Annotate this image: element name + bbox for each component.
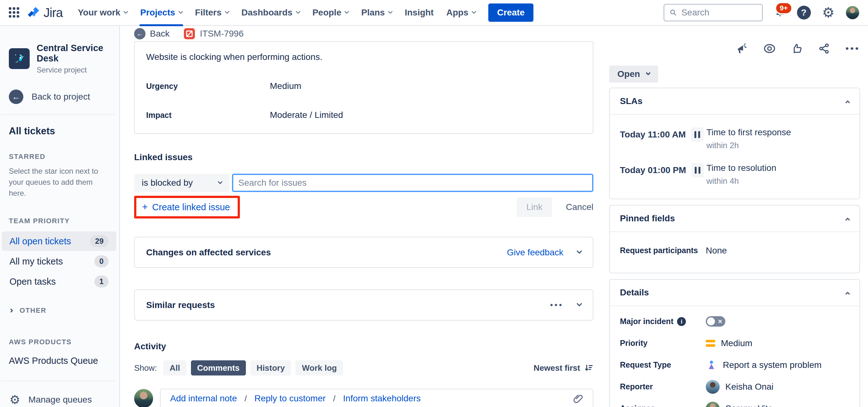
- chevron-down-icon[interactable]: [576, 248, 582, 254]
- sidebar-item-all-my-tickets[interactable]: All my tickets 0: [2, 251, 116, 271]
- filter-comments[interactable]: Comments: [191, 360, 246, 375]
- nav-plans[interactable]: Plans: [355, 0, 398, 26]
- chevron-down-icon[interactable]: [576, 301, 582, 306]
- chevron-up-icon: [845, 217, 850, 222]
- top-navigation: Jira Your work Projects Filters Dashboar…: [0, 0, 868, 26]
- manage-queues-label: Manage queues: [28, 395, 92, 405]
- info-icon[interactable]: i: [677, 317, 686, 326]
- nav-your-work[interactable]: Your work: [71, 0, 134, 26]
- issue-description[interactable]: Website is clocking when performing acti…: [146, 52, 581, 62]
- request-participants-value[interactable]: None: [706, 246, 727, 256]
- linked-issues-heading: Linked issues: [134, 152, 593, 162]
- feedback-button[interactable]: [736, 42, 748, 55]
- issue-side-panel: ••• Open SLAs Today 11:00 AM Time to fir…: [593, 26, 868, 407]
- sla-name: Time to resolution: [706, 163, 776, 173]
- primary-nav: Your work Projects Filters Dashboards Pe…: [71, 0, 482, 26]
- comment-input-box[interactable]: Add internal note / Reply to customer / …: [160, 389, 593, 407]
- notifications-button[interactable]: 9+: [774, 7, 786, 18]
- issue-key: ITSM-7996: [200, 29, 244, 39]
- issue-key-breadcrumb[interactable]: ITSM-7996: [183, 28, 244, 40]
- pause-icon[interactable]: [691, 163, 704, 177]
- chevron-down-icon: [218, 179, 223, 184]
- changes-panel-title: Changes on affected services: [146, 247, 271, 258]
- filter-work-log[interactable]: Work log: [296, 360, 343, 375]
- back-button[interactable]: ← Back: [134, 28, 169, 39]
- filter-history[interactable]: History: [250, 360, 291, 375]
- nav-filters[interactable]: Filters: [189, 0, 235, 26]
- details-panel: Details Major incident i ✕: [609, 279, 860, 407]
- brand-name: Jira: [43, 6, 62, 20]
- pause-icon[interactable]: [691, 127, 704, 142]
- impact-label: Impact: [146, 111, 270, 120]
- back-to-project-link[interactable]: ← Back to project: [0, 90, 119, 104]
- sidebar-item-aws-products-queue[interactable]: AWS Products Queue: [0, 355, 119, 366]
- nav-dashboards[interactable]: Dashboards: [235, 0, 306, 26]
- sidebar-item-open-tasks[interactable]: Open tasks 1: [2, 272, 116, 291]
- details-header[interactable]: Details: [610, 280, 860, 306]
- issue-search-input[interactable]: [232, 174, 593, 192]
- nav-projects[interactable]: Projects: [134, 0, 189, 26]
- back-arrow-icon: ←: [9, 90, 23, 104]
- app-switcher-icon[interactable]: [9, 7, 20, 18]
- impact-value[interactable]: Moderate / Limited: [270, 110, 343, 120]
- attachment-button[interactable]: [572, 393, 583, 404]
- filter-all[interactable]: All: [163, 360, 186, 375]
- linked-issues-actions: + Create linked issue Link Cancel: [134, 196, 593, 218]
- team-priority-heading: TEAM PRIORITY: [0, 217, 119, 225]
- add-internal-note-link[interactable]: Add internal note: [170, 394, 237, 404]
- slas-panel-header[interactable]: SLAs: [610, 88, 860, 115]
- link-type-select[interactable]: is blocked by: [134, 174, 229, 192]
- more-actions-icon[interactable]: •••: [845, 43, 860, 54]
- reporter-label: Reporter: [620, 382, 706, 391]
- slas-title: SLAs: [620, 96, 643, 106]
- queue-label: All open tickets: [9, 236, 71, 246]
- nav-apps[interactable]: Apps: [440, 0, 482, 26]
- request-type-value-wrap[interactable]: Report a system problem: [706, 360, 822, 371]
- notification-count-badge: 9+: [775, 2, 792, 14]
- global-search[interactable]: [663, 4, 763, 22]
- assignee-value-wrap[interactable]: Sammy Vito: [706, 402, 773, 407]
- status-dropdown[interactable]: Open: [609, 66, 658, 82]
- similar-requests-title: Similar requests: [146, 300, 215, 310]
- project-header[interactable]: Central Service Desk Service project: [0, 43, 119, 74]
- user-avatar[interactable]: [846, 6, 859, 19]
- priority-value-wrap[interactable]: Medium: [706, 338, 752, 348]
- help-button[interactable]: ?: [797, 6, 811, 20]
- link-button[interactable]: Link: [517, 197, 552, 217]
- nav-apps-label: Apps: [446, 7, 468, 18]
- watch-button[interactable]: [763, 42, 776, 55]
- major-incident-toggle[interactable]: ✕: [706, 316, 725, 327]
- sort-order-button[interactable]: Newest first: [534, 363, 593, 373]
- create-button[interactable]: Create: [488, 3, 533, 22]
- more-actions-icon[interactable]: •••: [550, 300, 563, 310]
- global-search-input[interactable]: [681, 7, 757, 18]
- cancel-button[interactable]: Cancel: [566, 202, 593, 212]
- reporter-value-wrap[interactable]: Keisha Onai: [706, 380, 774, 394]
- chevron-down-icon: [225, 9, 230, 14]
- jira-logo[interactable]: Jira: [27, 6, 62, 20]
- reporter-avatar: [706, 380, 720, 394]
- similar-requests-panel: Similar requests •••: [134, 290, 593, 320]
- sidebar-all-tickets[interactable]: All tickets: [0, 126, 119, 137]
- nav-people[interactable]: People: [306, 0, 355, 26]
- pinned-fields-header[interactable]: Pinned fields: [610, 206, 860, 232]
- sidebar-item-all-open-tickets[interactable]: All open tickets 29: [2, 231, 116, 251]
- urgency-value[interactable]: Medium: [270, 81, 302, 91]
- nav-insight[interactable]: Insight: [398, 0, 440, 26]
- chevron-down-icon: [296, 9, 301, 14]
- manage-queues-link[interactable]: ⚙ Manage queues: [0, 394, 119, 406]
- settings-gear-icon[interactable]: ⚙: [822, 6, 835, 20]
- sidebar-other-section[interactable]: OTHER: [0, 306, 119, 315]
- give-feedback-link[interactable]: Give feedback: [507, 247, 563, 258]
- vote-button[interactable]: [791, 42, 803, 55]
- reply-to-customer-link[interactable]: Reply to customer: [254, 394, 326, 404]
- chevron-down-icon: [178, 9, 183, 14]
- inform-stakeholders-link[interactable]: Inform stakeholders: [343, 394, 421, 404]
- share-icon: [818, 42, 830, 55]
- incident-type-icon: [183, 28, 195, 40]
- create-linked-issue-button[interactable]: + Create linked issue: [142, 201, 230, 213]
- priority-medium-icon: [706, 340, 715, 347]
- priority-label: Priority: [620, 339, 706, 348]
- sla-due-time: Today 11:00 AM: [620, 130, 686, 140]
- share-button[interactable]: [818, 42, 830, 55]
